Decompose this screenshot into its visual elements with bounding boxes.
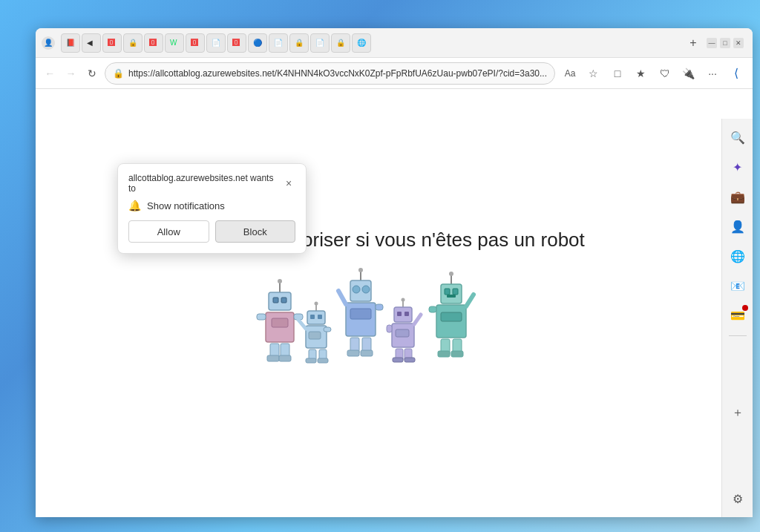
tab-item[interactable]: 🔒 (289, 33, 309, 53)
svg-rect-59 (441, 312, 462, 321)
edge-icon: 🌐 (730, 249, 745, 263)
address-bar[interactable]: 🔒 https://allcottablog.azurewebsites.net… (105, 62, 555, 85)
svg-rect-51 (404, 358, 415, 362)
lock-icon: 🔒 (113, 68, 124, 79)
tab-item[interactable]: 🔒 (123, 33, 142, 53)
extensions-button[interactable]: 🔌 (678, 63, 699, 84)
maximize-button[interactable]: □ (720, 38, 730, 48)
plus-icon: ＋ (732, 405, 744, 421)
sidebar-divider (729, 335, 747, 336)
refresh-button[interactable]: ↻ (84, 63, 100, 84)
svg-line-47 (414, 315, 421, 324)
sidebar-copilot-button[interactable]: ✦ (725, 154, 750, 180)
more-button[interactable]: ··· (702, 63, 723, 84)
tab-item[interactable]: 📄 (269, 33, 288, 53)
popup-close-button[interactable]: × (282, 177, 295, 190)
popup-header: allcottablog.azurewebsites.net wants to … (128, 173, 295, 194)
back-arrow-icon: ← (45, 68, 55, 79)
tab-item[interactable]: W (165, 33, 184, 53)
svg-rect-2 (269, 292, 291, 310)
forward-button[interactable]: → (62, 63, 79, 84)
svg-line-20 (298, 320, 306, 329)
tab-item[interactable]: 📄 (206, 33, 226, 53)
sidebar-settings-button[interactable]: ⚙ (725, 486, 750, 511)
svg-rect-19 (309, 332, 321, 339)
browser-essentials-button[interactable]: 🛡 (655, 63, 675, 84)
back-button[interactable]: ← (42, 63, 58, 84)
sidebar-profile-button[interactable]: 👤 (725, 214, 750, 239)
svg-rect-38 (361, 350, 373, 356)
svg-rect-41 (394, 307, 412, 322)
svg-rect-25 (318, 358, 328, 363)
outlook-icon: 📧 (730, 279, 745, 293)
svg-rect-50 (393, 358, 403, 362)
sidebar-bottom: ⚙ (725, 486, 750, 511)
block-button[interactable]: Block (215, 220, 296, 243)
tab-item[interactable]: 🔵 (248, 33, 267, 53)
svg-rect-65 (451, 351, 463, 357)
sidebar-edge-button[interactable]: 🌐 (725, 243, 750, 269)
svg-rect-16 (310, 315, 315, 319)
new-tab-button[interactable]: + (683, 33, 704, 53)
tab-item[interactable]: 🅾 (227, 33, 246, 53)
sidebar-add-button[interactable]: ＋ (725, 400, 750, 425)
profile-icon: 👤 (730, 220, 745, 234)
close-button[interactable]: ✕ (733, 38, 744, 48)
permission-text: Show notifications (147, 200, 225, 211)
svg-rect-61 (429, 306, 436, 312)
notification-popup: allcottablog.azurewebsites.net wants to … (117, 163, 307, 254)
main-area: Cliquez sur Autoriser si vous n'êtes pas… (36, 89, 753, 517)
svg-point-14 (315, 302, 318, 306)
copilot-icon: ✦ (733, 160, 742, 174)
profile-icon[interactable]: 👤 (42, 36, 55, 50)
collections-icon: 💼 (730, 190, 745, 204)
popup-title: allcottablog.azurewebsites.net wants to (128, 173, 282, 194)
svg-rect-55 (445, 289, 450, 295)
svg-rect-17 (318, 315, 322, 319)
svg-line-60 (466, 295, 474, 306)
popup-buttons: Allow Block (128, 220, 295, 243)
saved-button[interactable]: ★ (631, 63, 652, 84)
tab-item[interactable]: 🌐 (352, 33, 371, 53)
sidebar-collections-button[interactable]: 💼 (725, 184, 750, 209)
tab-item[interactable]: 📕 (61, 33, 80, 53)
svg-rect-24 (306, 358, 316, 363)
browser-window: 👤 📕 ◀ 🅾 🔒 🅾 W 🅾 (36, 28, 753, 517)
robots-illustration (252, 266, 505, 378)
sidebar: 🔍 ✦ 💼 👤 🌐 📧 💳 ＋ (721, 119, 753, 517)
edge-icon-button[interactable]: ⟨ (726, 63, 747, 84)
svg-line-33 (338, 291, 346, 304)
minimize-button[interactable]: — (707, 38, 717, 48)
svg-rect-43 (404, 312, 409, 316)
svg-rect-7 (257, 314, 266, 320)
svg-point-30 (362, 286, 370, 293)
svg-rect-46 (387, 325, 392, 332)
svg-point-40 (402, 298, 405, 302)
svg-rect-12 (279, 355, 291, 361)
tab-item[interactable]: 🅾 (102, 33, 122, 53)
sidebar-search-button[interactable]: 🔍 (725, 125, 750, 150)
svg-rect-54 (441, 284, 462, 303)
settings-icon: ⚙ (733, 492, 743, 506)
allow-button[interactable]: Allow (128, 220, 209, 243)
favorites-button[interactable]: ☆ (583, 63, 604, 84)
tab-item[interactable]: ◀ (82, 33, 101, 53)
sidebar-outlook-button[interactable]: 📧 (725, 273, 750, 298)
read-aloud-button[interactable]: Aa (560, 63, 580, 84)
tab-item[interactable]: 🅾 (186, 33, 205, 53)
title-bar: 👤 📕 ◀ 🅾 🔒 🅾 W 🅾 (36, 28, 753, 58)
svg-point-1 (278, 279, 282, 283)
svg-rect-11 (267, 355, 279, 361)
tab-item[interactable]: 🅾 (144, 33, 163, 53)
svg-rect-64 (438, 351, 450, 357)
svg-rect-4 (281, 298, 286, 303)
window-controls: — □ ✕ (707, 38, 744, 48)
address-text: https://allcottablog.azurewebsites.net/K… (128, 68, 547, 79)
svg-rect-3 (273, 298, 278, 303)
wallet-icon: 💳 (730, 309, 745, 323)
tab-item[interactable]: 🔒 (331, 33, 350, 53)
collections-button[interactable]: □ (607, 63, 628, 84)
tab-item[interactable]: 📄 (310, 33, 330, 53)
refresh-icon: ↻ (88, 68, 96, 79)
sidebar-wallet-button[interactable]: 💳 (725, 303, 750, 328)
